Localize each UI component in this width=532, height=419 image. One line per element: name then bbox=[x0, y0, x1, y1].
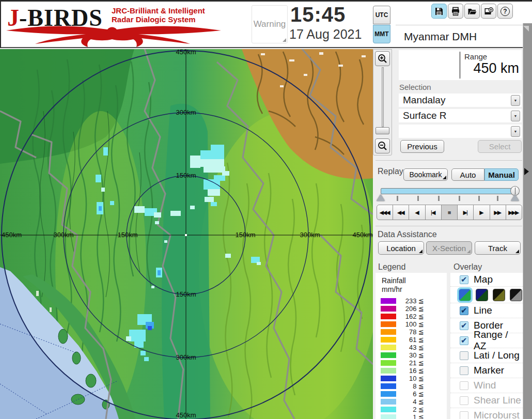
xsection-button[interactable]: X-Section bbox=[426, 241, 472, 255]
step-forward-button[interactable]: ▶| bbox=[457, 205, 474, 220]
logo-tagline: JRC-Brilliant & Intelligent Radar Dialog… bbox=[112, 6, 210, 24]
map-style-swatch-3[interactable] bbox=[493, 289, 505, 301]
legend-value: 8 ≦ bbox=[396, 382, 447, 390]
legend-row: 78 ≦ bbox=[375, 328, 447, 336]
map-style-swatch-2[interactable] bbox=[476, 289, 488, 301]
panel-expand-arrow-icon[interactable] bbox=[524, 168, 529, 175]
panel-collapse-strip[interactable] bbox=[523, 23, 532, 419]
legend-swatch bbox=[381, 407, 396, 412]
play-reverse-button[interactable]: ◀ bbox=[409, 205, 425, 220]
timeline-tick bbox=[417, 196, 419, 201]
fast-forward-button[interactable]: ▶▶ bbox=[490, 205, 506, 220]
warning-menu-corner bbox=[283, 38, 286, 42]
svg-text:450km: 450km bbox=[176, 49, 196, 56]
map-style-swatch-4[interactable] bbox=[510, 289, 522, 301]
map-style-swatch-1[interactable] bbox=[459, 289, 471, 301]
legend-swatch bbox=[381, 376, 396, 381]
timeline-start-marker[interactable] bbox=[377, 194, 385, 201]
legend-row: 21 ≦ bbox=[375, 359, 447, 367]
overlay-item-lati-long[interactable]: Lati / Long bbox=[450, 348, 523, 363]
timeline-tick bbox=[478, 196, 480, 201]
track-button[interactable]: Track bbox=[475, 241, 521, 255]
mmt-button[interactable]: MMT bbox=[373, 25, 390, 43]
overlay-label: Overlay bbox=[453, 262, 482, 272]
timeline-tick bbox=[438, 196, 440, 201]
legend-swatch bbox=[381, 368, 396, 374]
checkbox-checked-icon[interactable] bbox=[460, 275, 468, 284]
overlay-item-label: Wind bbox=[474, 380, 496, 391]
location-button[interactable]: Location bbox=[378, 241, 424, 255]
overlay-item-range-az[interactable]: Range / AZ bbox=[450, 333, 523, 348]
legend-row: 206 ≦ bbox=[375, 305, 447, 313]
product-dropdown[interactable]: Surface R bbox=[399, 109, 522, 122]
zoom-slider-handle[interactable] bbox=[375, 127, 389, 134]
window-left-edge bbox=[0, 0, 1, 48]
checkbox-checked-icon[interactable] bbox=[460, 321, 468, 330]
checkbox-checked-icon[interactable] bbox=[460, 336, 468, 345]
legend-swatch bbox=[381, 298, 396, 304]
legend-row: 233 ≦ bbox=[375, 297, 447, 305]
manual-button[interactable]: Manual bbox=[484, 168, 519, 181]
open-folder-button[interactable] bbox=[464, 4, 480, 19]
map-style-row bbox=[450, 286, 523, 303]
jump-start-button[interactable]: ◀◀◀ bbox=[377, 205, 393, 220]
replay-timeline-track[interactable] bbox=[381, 188, 519, 194]
overlay-item-marker[interactable]: Marker bbox=[450, 363, 523, 378]
stop-button[interactable]: ■ bbox=[441, 205, 458, 220]
glyph: ▶▶ bbox=[494, 209, 500, 216]
previous-button[interactable]: Previous bbox=[400, 140, 444, 153]
warning-button[interactable]: Warning bbox=[252, 5, 288, 43]
glyph: ▶ bbox=[479, 209, 482, 216]
overlay-item-microburst: Microburst bbox=[450, 408, 523, 419]
glyph: ◀ bbox=[415, 209, 418, 216]
bookmark-button[interactable]: Bookmark bbox=[403, 168, 448, 181]
overlay-item-line[interactable]: Line bbox=[450, 303, 523, 318]
play-button[interactable]: ▶ bbox=[473, 205, 490, 220]
legend-row: 162 ≦ bbox=[375, 313, 447, 320]
xsection-menu-corner bbox=[467, 250, 471, 253]
overlay-item-map[interactable]: Map bbox=[450, 273, 523, 286]
help-button[interactable]: ? bbox=[497, 4, 513, 19]
legend-value: 2 ≦ bbox=[396, 406, 447, 413]
radar-map[interactable]: 450km 300km 150km 150km 300km 450km 450k… bbox=[0, 49, 373, 419]
add-image-button[interactable] bbox=[481, 4, 496, 19]
checkbox-checked-icon[interactable] bbox=[460, 306, 468, 315]
print-button[interactable] bbox=[448, 4, 463, 19]
zoom-out-button[interactable] bbox=[375, 138, 390, 153]
step-back-button[interactable]: |◀ bbox=[425, 205, 442, 220]
mmt-label: MMT bbox=[374, 30, 388, 38]
checkbox-unchecked-icon[interactable] bbox=[460, 351, 468, 360]
svg-text:150km: 150km bbox=[117, 231, 137, 239]
checkbox-unchecked-icon[interactable] bbox=[460, 366, 468, 375]
station-dropdown[interactable]: Mandalay bbox=[399, 94, 522, 107]
auto-button[interactable]: Auto bbox=[451, 168, 484, 181]
legend-row: 16 ≦ bbox=[375, 367, 447, 375]
svg-text:150km: 150km bbox=[176, 290, 196, 298]
select-button[interactable]: Select bbox=[478, 140, 522, 153]
chevron-down-icon[interactable] bbox=[511, 111, 520, 121]
fast-rewind-button[interactable]: ◀◀ bbox=[393, 205, 409, 220]
chevron-down-icon[interactable] bbox=[511, 126, 520, 137]
legend-value: 1 ≦ bbox=[396, 413, 447, 419]
legend-value: 61 ≦ bbox=[396, 336, 447, 344]
zoom-in-button[interactable] bbox=[375, 51, 390, 66]
timeline-end-marker[interactable] bbox=[511, 194, 519, 201]
zoom-slider-track[interactable] bbox=[382, 67, 384, 127]
add-image-icon bbox=[484, 7, 494, 16]
overlay-item-label: Line bbox=[474, 305, 492, 316]
overlay-item-label: Microburst bbox=[474, 410, 520, 419]
legend-value: 6 ≦ bbox=[396, 390, 447, 398]
save-button[interactable] bbox=[431, 4, 447, 19]
chevron-down-icon[interactable] bbox=[511, 95, 520, 106]
bookmark-label: Bookmark bbox=[409, 170, 442, 179]
clock-date: 17 Aug 2021 bbox=[289, 27, 372, 42]
legend-swatch bbox=[381, 321, 396, 327]
print-icon bbox=[451, 7, 460, 16]
option-dropdown[interactable] bbox=[399, 125, 522, 138]
utc-button[interactable]: UTC bbox=[373, 6, 390, 24]
logo-tagline-line1: JRC-Brilliant & Intelligent bbox=[112, 6, 210, 15]
track-menu-corner bbox=[515, 250, 519, 253]
logo-tagline-line2: Radar Dialogic System bbox=[112, 15, 210, 24]
jump-end-button[interactable]: ▶▶▶ bbox=[506, 205, 522, 220]
svg-text:300km: 300km bbox=[300, 231, 320, 239]
